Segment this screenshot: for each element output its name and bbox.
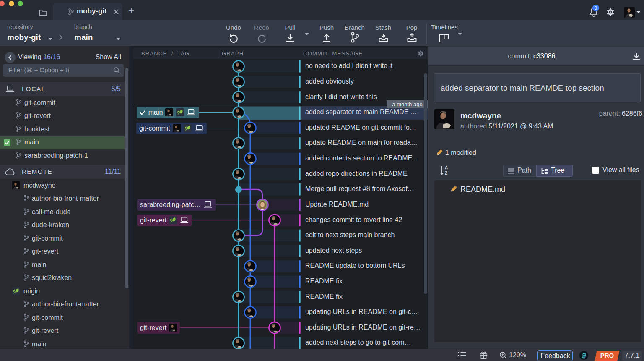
svg-text:A: A (445, 165, 448, 170)
svg-text:Z: Z (445, 171, 447, 175)
